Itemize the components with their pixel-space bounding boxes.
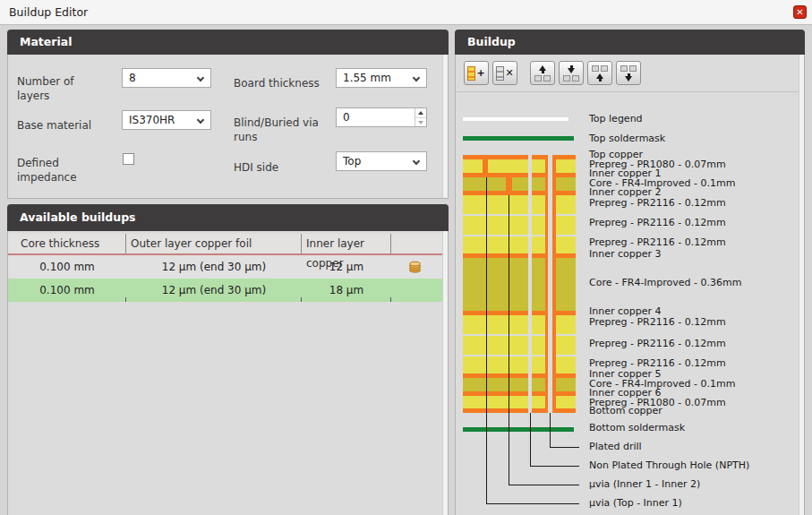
stack-strip — [532, 336, 545, 355]
move-up-button[interactable] — [587, 61, 612, 85]
stack-column-right — [556, 155, 576, 413]
arrow-up-icon — [539, 65, 546, 73]
buildup-table-row[interactable]: 0.100 mm12 μm (end 30 μm)18 μm — [8, 279, 448, 302]
available-buildups-panel: Core thickness Outer layer copper foil I… — [7, 231, 449, 515]
stack-strip — [556, 195, 576, 214]
core-thickness-cell: 0.100 mm — [8, 255, 126, 279]
stack-label: μvia (Inner 1 - Inner 2) — [589, 478, 700, 490]
top-legend-bar — [463, 117, 568, 121]
scrollbar-track[interactable] — [442, 55, 448, 198]
column-header-inner-copper[interactable]: Inner layer copper — [302, 234, 391, 253]
spinner-buttons — [415, 108, 426, 126]
stack-strip — [532, 216, 545, 235]
stack-column-middle — [532, 155, 545, 413]
move-down-button[interactable] — [616, 61, 641, 85]
stack-strip — [532, 258, 545, 311]
inner-copper-cell: 12 μm — [302, 255, 391, 279]
buildup-panel: +✕ Top legendTop soldermaskTop copperPre… — [455, 55, 805, 515]
dialog-titlebar: Buildup Editor ✕ — [0, 0, 812, 25]
uvia-top-inner1-bar — [483, 155, 488, 177]
chevron-down-icon — [197, 74, 204, 82]
chevron-down-icon — [413, 74, 420, 82]
arrow-down-icon — [418, 121, 423, 124]
layer-bar-icon — [496, 66, 504, 81]
spinner-up-button[interactable] — [415, 108, 426, 117]
stack-strip — [463, 159, 528, 173]
stack-strip — [556, 408, 576, 413]
stack-strip — [532, 236, 545, 253]
arrow-down-icon — [625, 73, 632, 82]
stack-label: μvia (Top - Inner 1) — [589, 497, 682, 509]
plated-barrel-right-wall — [552, 155, 556, 413]
stack-label: Prepreg - PR2116 - 0.12mm — [589, 197, 726, 209]
plated-drill-callout-hline — [550, 447, 579, 448]
scrollbar-track[interactable] — [442, 231, 448, 515]
stack-strip — [532, 177, 545, 191]
stack-strip — [463, 378, 528, 391]
available-buildups-header: Available buildups — [7, 204, 449, 231]
layers-icon — [592, 65, 608, 72]
layers-icon — [620, 65, 637, 72]
column-header-outer-copper[interactable]: Outer layer copper foil — [126, 234, 302, 253]
uvia-top-inner1-callout-hline — [486, 503, 579, 504]
stack-strip — [532, 159, 545, 173]
stack-label: Top legend — [589, 113, 643, 124]
stack-strip — [556, 336, 576, 355]
number-of-layers-value: 8 — [129, 72, 136, 84]
number-of-layers-select[interactable]: 8 — [122, 68, 211, 88]
stack-strip — [556, 177, 576, 191]
buildup-section-header: Buildup — [455, 30, 805, 55]
add-layer-button[interactable]: + — [464, 61, 489, 85]
stack-label: Plated drill — [589, 441, 642, 452]
uvia-inner1-inner2-callout-hline — [509, 485, 579, 485]
stack-label: Core - FR4-Improved - 0.36mm — [589, 277, 741, 288]
coins-icon — [407, 261, 423, 273]
stack-strip — [556, 236, 576, 253]
insert-above-button[interactable] — [530, 61, 555, 85]
stack-strip — [556, 216, 576, 235]
material-panel: Number of layers 8 Board thickness 1.55 … — [7, 55, 449, 199]
stack-label: Prepreg - PR2116 - 0.12mm — [589, 316, 726, 328]
defined-impedance-label: Defined impedance — [17, 156, 94, 185]
base-material-value: IS370HR — [129, 114, 175, 126]
stack-strip — [463, 195, 528, 214]
stack-strip — [463, 216, 528, 235]
dialog-title: Buildup Editor — [9, 5, 88, 19]
core-thickness-cell: 0.100 mm — [8, 279, 126, 302]
base-material-select[interactable]: IS370HR — [122, 110, 211, 130]
layers-icon — [534, 75, 551, 82]
hdi-side-label: HDI side — [234, 160, 329, 175]
delete-layer-button[interactable]: ✕ — [492, 61, 517, 85]
column-header-core-thickness[interactable]: Core thickness — [8, 234, 126, 253]
number-of-layers-label: Number of layers — [17, 74, 94, 103]
material-section-header: Material — [7, 30, 449, 55]
buildup-section-title: Buildup — [467, 35, 516, 48]
stack-label: Inner copper 3 — [589, 248, 662, 260]
available-buildups-title: Available buildups — [20, 210, 136, 224]
stack-strip — [463, 356, 528, 373]
blind-buried-via-runs-input[interactable]: 0 — [336, 107, 427, 127]
row-status-cell — [391, 255, 438, 279]
board-thickness-select[interactable]: 1.55 mm — [336, 68, 427, 88]
stack-strip — [532, 408, 545, 413]
close-icon[interactable]: ✕ — [793, 5, 807, 19]
x-icon: ✕ — [505, 68, 513, 78]
scrollbar-track[interactable] — [799, 55, 804, 515]
base-material-label: Base material — [17, 118, 115, 133]
stack-strip — [532, 195, 545, 214]
stackup-canvas: Top legendTop soldermaskTop copperPrepre… — [456, 92, 799, 515]
stack-strip — [463, 396, 528, 408]
stack-strip — [463, 336, 528, 355]
stack-strip — [532, 315, 545, 334]
outer-copper-cell: 12 μm (end 30 μm) — [126, 255, 302, 279]
chevron-down-icon — [197, 116, 204, 124]
npth-callout-hline — [530, 466, 579, 467]
uvia-inner1-inner2-bar — [506, 173, 512, 195]
spinner-down-button[interactable] — [415, 117, 426, 126]
stack-strip — [532, 378, 545, 391]
insert-below-button[interactable] — [559, 61, 584, 85]
buildup-table-row[interactable]: 0.100 mm12 μm (end 30 μm)12 μm — [8, 255, 448, 279]
column-header-blank — [391, 234, 438, 253]
defined-impedance-checkbox[interactable] — [123, 153, 134, 165]
hdi-side-select[interactable]: Top — [336, 151, 427, 171]
